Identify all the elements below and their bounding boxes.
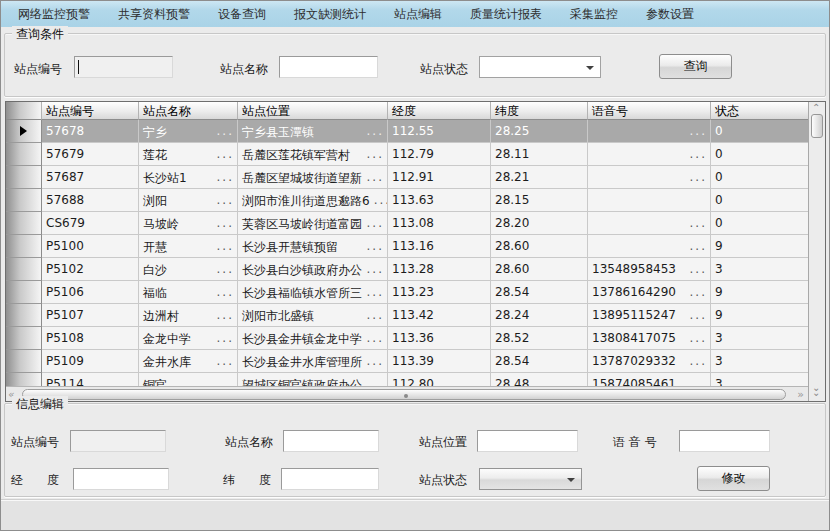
edit-latitude-input[interactable] [281, 468, 379, 490]
cell-text: 9 [715, 285, 723, 299]
cell-text: 28.60 [495, 239, 529, 253]
cell-voice-no: 13787029332... [588, 350, 711, 373]
edit-station-status-select[interactable] [479, 468, 582, 490]
cell-location: 长沙县福临镇水管所三... [238, 281, 388, 304]
cell-location: 长沙县金井镇金龙中学... [238, 327, 388, 350]
column-header-0[interactable]: 站点编号 [42, 102, 139, 120]
cell-station-name: 马坡岭... [139, 212, 238, 235]
scroll-down-icon[interactable]: ⌄ [812, 388, 820, 398]
cell-station-name: 长沙站1... [139, 166, 238, 189]
modify-button[interactable]: 修改 [697, 466, 770, 491]
scroll-up-icon[interactable]: ⌃ [812, 103, 820, 113]
menu-item-0[interactable]: 网络监控预警 [4, 1, 104, 27]
query-station-id-input[interactable] [74, 56, 173, 78]
row-selector[interactable] [6, 212, 42, 235]
cell-longitude: 113.23 [388, 281, 491, 304]
cell-station-id: 57687 [42, 166, 139, 189]
cell-text: 3 [715, 331, 723, 345]
cell-text: 长沙站1 [143, 170, 187, 187]
table-row[interactable]: P5109金井水库...长沙县金井水库管理所...113.3928.541378… [6, 350, 808, 373]
cell-text: 28.20 [495, 216, 529, 230]
cell-text: P5100 [46, 239, 84, 253]
edit-voice-no-input[interactable] [679, 430, 770, 452]
query-conditions-group: 查询条件 站点编号 站点名称 站点状态 查询 [4, 33, 826, 97]
column-header-2[interactable]: 站点位置 [238, 102, 388, 120]
cell-text: 长沙县开慧镇预留 [242, 239, 338, 256]
table-row[interactable]: P5102白沙...长沙县白沙镇政府办公...113.2828.60135489… [6, 258, 808, 281]
cell-text: 57678 [46, 124, 84, 138]
cell-text: 长沙县金井镇金龙中学 [242, 331, 362, 348]
cell-text: 岳麓区莲花镇军营村 [242, 147, 350, 164]
row-selector[interactable] [6, 258, 42, 281]
row-selector[interactable] [6, 189, 42, 212]
table-row[interactable]: CS679马坡岭...芙蓉区马坡岭街道富园...113.0828.20...0 [6, 212, 808, 235]
cell-text: 13786164290 [592, 285, 676, 299]
table-row[interactable]: 57678宁乡...宁乡县玉潭镇...112.5528.25...0 [6, 120, 808, 143]
cell-voice-no: 13895115247... [588, 304, 711, 327]
horizontal-scrollbar[interactable]: « » [6, 386, 808, 401]
truncation-ellipsis: ... [690, 262, 707, 276]
edit-station-location-input[interactable] [477, 430, 578, 452]
column-header-6[interactable]: 状态 [711, 102, 808, 120]
vertical-scrollbar-thumb[interactable] [811, 114, 823, 138]
row-selector[interactable] [6, 166, 42, 189]
column-header-1[interactable]: 站点名称 [139, 102, 238, 120]
cell-text: 0 [715, 170, 723, 184]
table-row[interactable]: P5100开慧...长沙县开慧镇预留...113.1628.60...9 [6, 235, 808, 258]
truncation-ellipsis: ... [217, 239, 234, 253]
edit-station-status-label: 站点状态 [419, 472, 467, 489]
cell-latitude: 28.15 [491, 189, 588, 212]
table-row[interactable]: 57688浏阳...浏阳市淮川街道思邈路6...113.6328.150 [6, 189, 808, 212]
row-selector[interactable] [6, 143, 42, 166]
cell-text: 长沙县金井水库管理所 [242, 354, 362, 371]
info-edit-group: 信息编辑 站点编号 站点名称 站点位置 语 音 号 经 度 纬 度 站点状态 修… [4, 403, 826, 497]
cell-text: 113.16 [392, 239, 434, 253]
query-station-name-input[interactable] [279, 56, 378, 78]
cell-station-id: 57688 [42, 189, 139, 212]
row-selector[interactable] [6, 281, 42, 304]
row-selector[interactable] [6, 327, 42, 350]
menu-item-6[interactable]: 采集监控 [556, 1, 632, 27]
chevron-down-icon [567, 478, 575, 482]
edit-longitude-input[interactable] [73, 468, 169, 490]
column-header-3[interactable]: 经度 [388, 102, 491, 120]
vertical-scrollbar[interactable]: ⌃ ⌄ ⌄ [808, 102, 825, 401]
menu-item-7[interactable]: 参数设置 [632, 1, 708, 27]
menu-item-5[interactable]: 质量统计报表 [456, 1, 556, 27]
cell-text: 9 [715, 239, 723, 253]
cell-status: 0 [711, 143, 808, 166]
truncation-ellipsis: ... [690, 124, 707, 138]
menu-item-3[interactable]: 报文缺测统计 [280, 1, 380, 27]
table-row[interactable]: P5108金龙中学...长沙县金井镇金龙中学...113.3628.521380… [6, 327, 808, 350]
scroll-right-icon[interactable]: » [797, 388, 804, 401]
table-row[interactable]: 57679莲花...岳麓区莲花镇军营村...112.7928.11...0 [6, 143, 808, 166]
cell-voice-no: ... [588, 166, 711, 189]
table-row[interactable]: 57687长沙站1...岳麓区望城坡街道望新...112.9128.21...0 [6, 166, 808, 189]
cell-longitude: 112.91 [388, 166, 491, 189]
cell-location: 浏阳市淮川街道思邈路6... [238, 189, 388, 212]
row-selector[interactable] [6, 235, 42, 258]
query-station-id-label: 站点编号 [14, 61, 62, 78]
row-selector[interactable] [6, 304, 42, 327]
cell-text: 113.42 [392, 308, 434, 322]
search-button[interactable]: 查询 [659, 54, 732, 79]
edit-station-id-input[interactable] [70, 430, 166, 452]
row-selector[interactable] [6, 350, 42, 373]
cell-text: P5102 [46, 262, 84, 276]
menu-item-4[interactable]: 站点编辑 [380, 1, 456, 27]
menu-item-2[interactable]: 设备查询 [204, 1, 280, 27]
cell-text: 9 [715, 308, 723, 322]
cell-location: 浏阳市北盛镇... [238, 304, 388, 327]
horizontal-scrollbar-thumb[interactable] [22, 389, 786, 400]
table-row[interactable]: P5106福临...长沙县福临镇水管所三...113.2328.54137861… [6, 281, 808, 304]
query-station-status-select[interactable] [479, 56, 601, 78]
menu-bar: 网络监控预警共享资料预警设备查询报文缺测统计站点编辑质量统计报表采集监控参数设置 [1, 1, 829, 27]
cell-station-name: 开慧... [139, 235, 238, 258]
query-station-name-label: 站点名称 [220, 61, 268, 78]
table-row[interactable]: P5107边洲村...浏阳市北盛镇...113.4228.24138951152… [6, 304, 808, 327]
edit-station-name-input[interactable] [283, 430, 379, 452]
row-selector[interactable] [6, 120, 42, 143]
column-header-5[interactable]: 语音号 [588, 102, 711, 120]
column-header-4[interactable]: 纬度 [491, 102, 588, 120]
menu-item-1[interactable]: 共享资料预警 [104, 1, 204, 27]
